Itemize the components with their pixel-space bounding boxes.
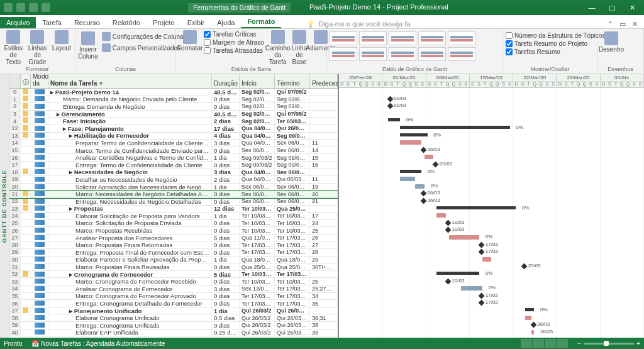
row-finish[interactable]: Qua 25/03/2: [275, 264, 310, 270]
row-predecessors[interactable]: 34: [310, 293, 338, 299]
row-name[interactable]: Marco: Termo de Confidencialidade Enviad…: [48, 147, 212, 154]
row-start[interactable]: Ter 10/03/20: [240, 213, 275, 219]
row-start[interactable]: Sex 06/03/20: [240, 198, 275, 204]
row-predecessors[interactable]: 17: [310, 213, 338, 219]
row-name[interactable]: Marco: Demanda de Negócio Enviada pelo C…: [48, 96, 212, 102]
status-newtasks[interactable]: 📅 Novas Tarefas : Agendada Automaticamen…: [31, 340, 165, 347]
row-start[interactable]: Qua 04/03/2: [240, 125, 275, 131]
row-duration[interactable]: 0,25 dias: [212, 329, 240, 336]
row-predecessors[interactable]: 27: [310, 242, 338, 248]
gridlines-button[interactable]: Linhas de Grade: [26, 30, 48, 65]
row-duration[interactable]: 0 dias: [212, 278, 240, 285]
summary-bar[interactable]: [436, 206, 516, 209]
row-predecessors[interactable]: 26: [310, 235, 338, 241]
col-id[interactable]: [9, 74, 21, 88]
text-styles-button[interactable]: Estilos de Texto: [3, 30, 24, 65]
row-finish[interactable]: Qua 18/03/20: [275, 257, 310, 263]
column-settings-button[interactable]: Configurações de Coluna: [101, 31, 185, 42]
table-row[interactable]: 35Marco: Cronograma do Fornecedor Aprova…: [9, 293, 338, 301]
col-indicators[interactable]: ⓘ: [21, 74, 31, 88]
tell-me-input[interactable]: Diga-me o que você deseja fa: [306, 20, 608, 28]
table-row[interactable]: 1Marco: Demanda de Negócio Enviada pelo …: [9, 96, 338, 104]
format-button[interactable]: Formatar: [179, 30, 201, 52]
critical-tasks-checkbox[interactable]: Tarefas Críticas: [204, 30, 264, 38]
row-predecessors[interactable]: 14: [310, 147, 338, 153]
gantt-style-option[interactable]: [418, 47, 446, 61]
summary-tasks-checkbox[interactable]: Tarefas Resumo: [506, 48, 605, 56]
row-predecessors[interactable]: 29: [310, 257, 338, 263]
row-name[interactable]: ▸ PaaS-Projeto Demo 14: [48, 89, 212, 96]
row-duration[interactable]: 0 dias: [212, 227, 240, 234]
row-predecessors[interactable]: 35: [310, 301, 338, 307]
tab-report[interactable]: Relatório: [106, 17, 147, 28]
table-row[interactable]: 31Marco: Propostas Finais Revisadas0 dia…: [9, 263, 338, 271]
row-duration[interactable]: 0 dias: [212, 103, 240, 110]
row-predecessors[interactable]: 11: [310, 140, 338, 146]
row-start[interactable]: Qui 26/03/2: [240, 330, 275, 336]
row-duration[interactable]: 12 dias: [212, 205, 240, 212]
row-start[interactable]: Qua 25/03/2: [240, 264, 275, 270]
row-duration[interactable]: 0 dias: [212, 263, 240, 270]
task-bar[interactable]: [525, 316, 531, 320]
zoom-slider[interactable]: [584, 343, 634, 345]
row-start[interactable]: Seg 09/03/2: [240, 155, 275, 161]
gantt-style-option[interactable]: [418, 31, 446, 45]
row-duration[interactable]: 1 dia: [212, 184, 240, 191]
col-name[interactable]: Nome da Tarefa▾: [48, 74, 212, 88]
row-finish[interactable]: Sex 06/03/20: [275, 198, 310, 204]
row-start[interactable]: Ter 10/03/20: [240, 271, 275, 277]
row-start[interactable]: Sex 06/03/20: [240, 184, 275, 190]
row-predecessors[interactable]: 36;31: [310, 315, 338, 321]
row-finish[interactable]: Qui 05/03/20: [275, 176, 310, 182]
row-name[interactable]: Preparar Termo de Confidencialidade da C…: [48, 140, 212, 147]
row-duration[interactable]: 0 dias: [212, 96, 240, 102]
row-predecessors[interactable]: 11: [310, 176, 338, 182]
table-row[interactable]: 30Elaborar Parecer e Solicitar Aprovação…: [9, 257, 338, 264]
row-predecessors[interactable]: 39: [310, 330, 338, 336]
project-summary-checkbox[interactable]: Tarefa Resumo do Projeto: [506, 40, 605, 48]
redo-icon[interactable]: [29, 3, 38, 12]
row-name[interactable]: Analisar Certidões Negativas e Termo de …: [48, 154, 212, 161]
row-finish[interactable]: Sex 06/03/20: [275, 184, 310, 190]
table-row[interactable]: 14Preparar Termo de Confidencialidade da…: [9, 140, 338, 147]
row-finish[interactable]: Qui 26/03/20: [275, 125, 310, 131]
row-finish[interactable]: Seg 09/03/20: [275, 162, 310, 168]
insert-column-button[interactable]: Inserir Coluna: [78, 31, 98, 60]
row-start[interactable]: Seg 09/03/2: [240, 162, 275, 168]
row-start[interactable]: Qua 04/03/2: [240, 169, 275, 175]
row-start[interactable]: Ter 17/03/20: [240, 242, 275, 248]
row-predecessors[interactable]: 19: [310, 184, 338, 190]
row-predecessors[interactable]: 15: [310, 155, 338, 161]
row-duration[interactable]: 0 dias: [212, 147, 240, 154]
gantt-style-option[interactable]: [448, 47, 475, 61]
row-name[interactable]: Entrega: Cronograma Detalhado do Fornece…: [48, 300, 212, 307]
row-finish[interactable]: Ter 17/03/20: [275, 293, 310, 299]
outline-number-checkbox[interactable]: Número da Estrutura de Tópicos: [506, 31, 605, 40]
gantt-body[interactable]: 02/0302/030%0%0%06/0309/030%0%06/0306/03…: [339, 88, 644, 338]
tab-task[interactable]: Tarefa: [36, 17, 68, 28]
row-duration[interactable]: 0 dias: [212, 292, 240, 299]
row-finish[interactable]: Qui 26/03/20: [275, 322, 310, 328]
row-finish[interactable]: Ter 03/03/20: [275, 118, 310, 125]
table-row[interactable]: 28Marco: Propostas Finais Retornadas0 di…: [9, 241, 338, 249]
row-duration[interactable]: 0 dias: [212, 198, 240, 205]
row-finish[interactable]: Qui 07/05/2: [275, 111, 310, 117]
row-duration[interactable]: 0 dias: [212, 219, 240, 226]
col-duration[interactable]: Duração: [212, 74, 240, 88]
row-name[interactable]: Marco: Propostas Finais Revisadas: [48, 263, 212, 270]
tab-format[interactable]: Formato: [241, 16, 281, 28]
table-row[interactable]: 34Analisar Cronograma do Fornecedor3 dia…: [9, 285, 338, 293]
row-start[interactable]: Ter 17/03/20: [240, 293, 275, 299]
row-start[interactable]: Seg 02/03/20: [240, 96, 275, 102]
row-name[interactable]: ▸ Propostas: [48, 205, 212, 212]
row-start[interactable]: Seg 02/03/20: [240, 103, 275, 109]
row-start[interactable]: Qui 26/03/2: [240, 315, 275, 321]
row-finish[interactable]: Ter 10/03/20: [275, 228, 310, 234]
row-predecessors[interactable]: 30TI+5 dias: [310, 264, 338, 270]
row-start[interactable]: Seg 02/03/2: [240, 111, 275, 117]
col-finish[interactable]: Término: [275, 74, 310, 88]
row-finish[interactable]: Seg 09/03/20: [275, 155, 310, 161]
restore-window-icon[interactable]: ▭: [619, 20, 626, 28]
gantt-style-option[interactable]: [330, 31, 357, 45]
row-finish[interactable]: Ter 10/03/20: [275, 220, 310, 226]
